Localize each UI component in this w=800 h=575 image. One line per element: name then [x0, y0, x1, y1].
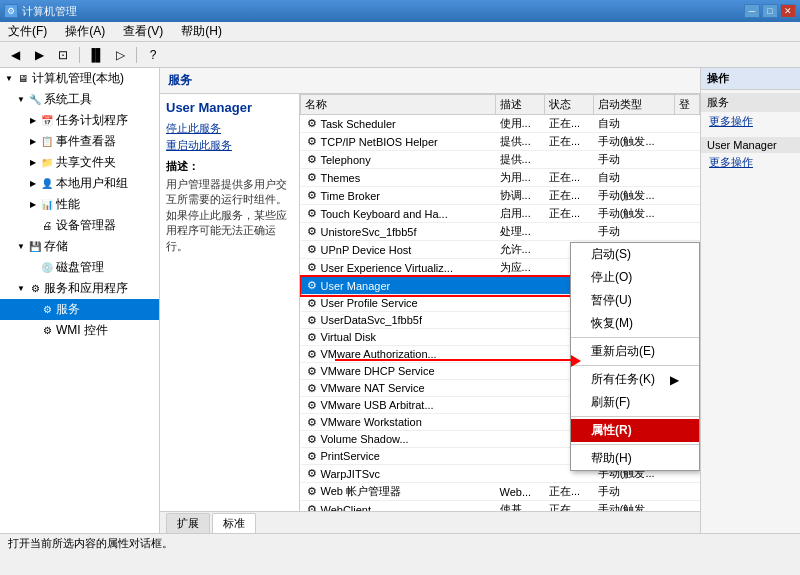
- tab-expand[interactable]: 扩展: [166, 513, 210, 533]
- context-menu-item[interactable]: 帮助(H): [571, 447, 699, 470]
- tree-task-scheduler[interactable]: ▶ 📅 任务计划程序: [0, 110, 159, 131]
- table-row[interactable]: ⚙Telephony 提供... 手动: [301, 151, 700, 169]
- tree-shared-folders[interactable]: ▶ 📁 共享文件夹: [0, 152, 159, 173]
- context-menu-item[interactable]: 所有任务(K)▶: [571, 368, 699, 391]
- service-info-panel: User Manager 停止此服务 重启动此服务 描述： 用户管理器提供多用户…: [160, 94, 300, 511]
- tab-standard[interactable]: 标准: [212, 513, 256, 533]
- context-menu-separator: [571, 365, 699, 366]
- desc-text: 用户管理器提供多用户交互所需要的运行时组件。如果停止此服务，某些应用程序可能无法…: [166, 177, 293, 254]
- col-status[interactable]: 状态: [545, 95, 594, 115]
- table-row[interactable]: ⚙TCP/IP NetBIOS Helper 提供... 正在... 手动(触发…: [301, 133, 700, 151]
- menu-help[interactable]: 帮助(H): [177, 23, 226, 40]
- tree-root[interactable]: ▼ 🖥 计算机管理(本地): [0, 68, 159, 89]
- tree-services[interactable]: ⚙ 服务: [0, 299, 159, 320]
- main-layout: ▼ 🖥 计算机管理(本地) ▼ 🔧 系统工具 ▶ 📅 任务计划程序 ▶ 📋 事件…: [0, 68, 800, 533]
- service-name-cell: ⚙Time Broker: [301, 187, 496, 205]
- toolbar-forward[interactable]: ▶: [28, 45, 50, 65]
- service-login-cell: [675, 133, 700, 151]
- col-desc[interactable]: 描述: [496, 95, 545, 115]
- stop-service-link[interactable]: 停止此服务: [166, 121, 293, 136]
- maximize-button[interactable]: □: [762, 4, 778, 18]
- tree-local-users[interactable]: ▶ 👤 本地用户和组: [0, 173, 159, 194]
- service-desc-cell: Web...: [496, 483, 545, 501]
- service-status-cell: 正在...: [545, 169, 594, 187]
- service-name-cell: ⚙VMware Workstation: [301, 414, 496, 431]
- tree-disk-mgmt[interactable]: 💿 磁盘管理: [0, 257, 159, 278]
- right-action-more-1[interactable]: 更多操作: [701, 112, 800, 131]
- context-menu-separator: [571, 416, 699, 417]
- context-menu-item[interactable]: 启动(S): [571, 243, 699, 266]
- tree-storage[interactable]: ▼ 💾 存储: [0, 236, 159, 257]
- table-row[interactable]: ⚙Themes 为用... 正在... 自动: [301, 169, 700, 187]
- toolbar-stop[interactable]: ▐▌: [85, 45, 107, 65]
- tree-system-tools[interactable]: ▼ 🔧 系统工具: [0, 89, 159, 110]
- table-row[interactable]: ⚙UnistoreSvc_1fbb5f 处理... 手动: [301, 223, 700, 241]
- service-name-cell: ⚙Telephony: [301, 151, 496, 169]
- service-starttype-cell: 手动(触发...: [594, 187, 675, 205]
- table-row[interactable]: ⚙Task Scheduler 使用... 正在... 自动: [301, 115, 700, 133]
- service-desc-cell: 提供...: [496, 151, 545, 169]
- table-row[interactable]: ⚙Time Broker 协调... 正在... 手动(触发...: [301, 187, 700, 205]
- service-name-cell: ⚙UPnP Device Host: [301, 241, 496, 259]
- restart-service-link[interactable]: 重启动此服务: [166, 138, 293, 153]
- toolbar-back[interactable]: ◀: [4, 45, 26, 65]
- right-action-more-2[interactable]: 更多操作: [701, 153, 800, 172]
- context-menu-item[interactable]: 刷新(F): [571, 391, 699, 414]
- service-status-cell: 正在...: [545, 483, 594, 501]
- toolbar-up[interactable]: ⊡: [52, 45, 74, 65]
- col-login[interactable]: 登: [675, 95, 700, 115]
- minimize-button[interactable]: ─: [744, 4, 760, 18]
- service-name-cell: ⚙PrintService: [301, 448, 496, 465]
- tree-wmi[interactable]: ⚙ WMI 控件: [0, 320, 159, 341]
- middle-panel: 服务 User Manager 停止此服务 重启动此服务 描述： 用户管理器提供…: [160, 68, 700, 533]
- tabs-bar: 扩展 标准: [160, 511, 700, 533]
- service-starttype-cell: 手动(触发...: [594, 205, 675, 223]
- table-row[interactable]: ⚙WebClient 使基... 正在... 手动(触发...: [301, 501, 700, 512]
- col-name[interactable]: 名称: [301, 95, 496, 115]
- toolbar-refresh[interactable]: ▷: [109, 45, 131, 65]
- service-name-cell: ⚙WebClient: [301, 501, 496, 512]
- tree-services-apps[interactable]: ▼ ⚙ 服务和应用程序: [0, 278, 159, 299]
- service-name-cell: ⚙UnistoreSvc_1fbb5f: [301, 223, 496, 241]
- menu-bar: 文件(F) 操作(A) 查看(V) 帮助(H): [0, 22, 800, 42]
- title-bar[interactable]: ⚙ 计算机管理 ─ □ ✕: [0, 0, 800, 22]
- service-starttype-cell: 自动: [594, 169, 675, 187]
- service-name-cell: ⚙WarpJITSvc: [301, 465, 496, 483]
- table-row[interactable]: ⚙Touch Keyboard and Ha... 启用... 正在... 手动…: [301, 205, 700, 223]
- services-table-wrap[interactable]: 名称 描述 状态 启动类型 登 ⚙Task Scheduler 使用... 正在…: [300, 94, 700, 511]
- right-section-title-um[interactable]: User Manager: [701, 137, 800, 153]
- menu-view[interactable]: 查看(V): [119, 23, 167, 40]
- menu-file[interactable]: 文件(F): [4, 23, 51, 40]
- service-status-cell: [545, 223, 594, 241]
- context-menu-item[interactable]: 属性(R): [571, 419, 699, 442]
- context-menu-item[interactable]: 重新启动(E): [571, 340, 699, 363]
- context-menu: 启动(S)停止(O)暂停(U)恢复(M)重新启动(E)所有任务(K)▶刷新(F)…: [570, 242, 700, 471]
- context-menu-item[interactable]: 暂停(U): [571, 289, 699, 312]
- service-login-cell: [675, 205, 700, 223]
- service-starttype-cell: 手动: [594, 223, 675, 241]
- service-starttype-cell: 自动: [594, 115, 675, 133]
- menu-action[interactable]: 操作(A): [61, 23, 109, 40]
- service-name-cell: ⚙Volume Shadow...: [301, 431, 496, 448]
- service-name: User Manager: [166, 100, 293, 115]
- service-desc-cell: [496, 363, 545, 380]
- close-button[interactable]: ✕: [780, 4, 796, 18]
- tree-performance[interactable]: ▶ 📊 性能: [0, 194, 159, 215]
- service-name-cell: ⚙Task Scheduler: [301, 115, 496, 133]
- service-desc-cell: [496, 397, 545, 414]
- col-starttype[interactable]: 启动类型: [594, 95, 675, 115]
- context-menu-item[interactable]: 恢复(M): [571, 312, 699, 335]
- table-row[interactable]: ⚙Web 帐户管理器 Web... 正在... 手动: [301, 483, 700, 501]
- tree-event-viewer[interactable]: ▶ 📋 事件查看器: [0, 131, 159, 152]
- window-title: 计算机管理: [22, 4, 77, 19]
- service-name-cell: ⚙VMware DHCP Service: [301, 363, 496, 380]
- service-desc-cell: 启用...: [496, 205, 545, 223]
- right-section-title-services[interactable]: 服务: [701, 93, 800, 112]
- service-name-cell: ⚙TCP/IP NetBIOS Helper: [301, 133, 496, 151]
- toolbar-help[interactable]: ?: [142, 45, 164, 65]
- context-menu-item[interactable]: 停止(O): [571, 266, 699, 289]
- context-menu-separator: [571, 444, 699, 445]
- toolbar: ◀ ▶ ⊡ ▐▌ ▷ ?: [0, 42, 800, 68]
- left-panel: ▼ 🖥 计算机管理(本地) ▼ 🔧 系统工具 ▶ 📅 任务计划程序 ▶ 📋 事件…: [0, 68, 160, 533]
- tree-device-manager[interactable]: 🖨 设备管理器: [0, 215, 159, 236]
